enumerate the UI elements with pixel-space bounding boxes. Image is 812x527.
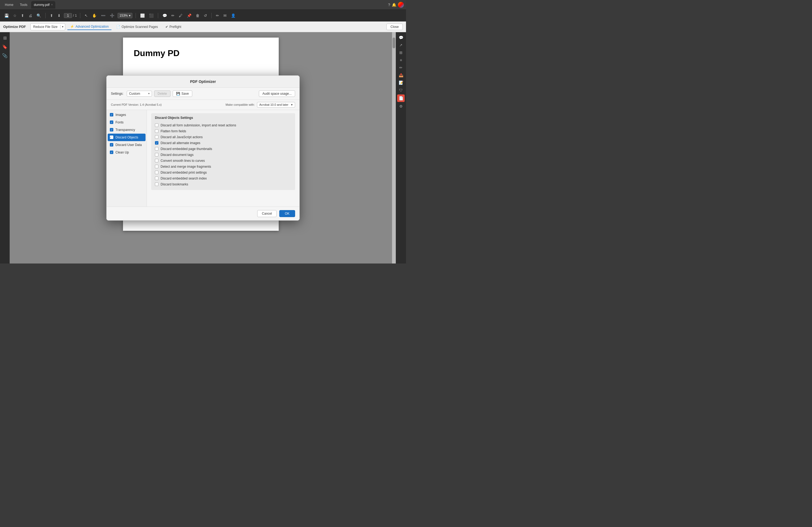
option-flatten-form-fields: Flatten form fields <box>155 128 291 134</box>
hand-icon[interactable]: ✋ <box>91 12 98 19</box>
discard-javascript-checkbox[interactable] <box>155 135 158 139</box>
pan-icon[interactable]: ⬛ <box>148 12 155 19</box>
shield-sidebar-icon[interactable]: 🛡 <box>398 87 404 93</box>
avatar-icon[interactable] <box>398 2 404 8</box>
option-discard-print-settings: Discard embedded print settings <box>155 169 291 176</box>
cancel-button[interactable]: Cancel <box>257 210 276 217</box>
optimize-scanned-pages-button[interactable]: 📄 Optimize Scanned Pages <box>114 24 161 30</box>
panel-item-discard-user-data[interactable]: Discard User Data <box>108 141 146 149</box>
preflight-button[interactable]: ✔ Preflight <box>163 24 184 30</box>
panel-item-discard-objects[interactable]: ✓ Discard Objects <box>108 134 146 141</box>
organize-sidebar-icon[interactable]: ≡ <box>399 57 403 63</box>
bookmark-icon[interactable]: ☆ <box>12 12 18 19</box>
optimize-pdf-title: Optimize PDF <box>3 25 26 29</box>
panel-item-fonts[interactable]: Fonts <box>108 119 146 126</box>
discard-document-tags-checkbox[interactable] <box>155 153 158 156</box>
notification-icon[interactable]: 🔔 <box>392 3 396 7</box>
clean-up-checkbox[interactable] <box>110 151 113 154</box>
discard-objects-label: Discard Objects <box>115 136 138 139</box>
option-discard-alternate-images: Discard all alternate images <box>155 140 291 146</box>
next-icon[interactable]: ⬇ <box>56 12 62 19</box>
home-tab[interactable]: Home <box>2 2 16 8</box>
tools-tab[interactable]: Tools <box>17 2 30 8</box>
images-checkbox[interactable] <box>110 113 113 117</box>
settings-sidebar-icon[interactable]: ⚙ <box>398 103 404 109</box>
search-icon[interactable]: 🔍 <box>35 12 42 19</box>
panel-item-transparency[interactable]: Transparency <box>108 126 146 134</box>
optimize-sidebar-icon[interactable]: 📄 <box>397 94 405 102</box>
undo-icon[interactable]: ↺ <box>203 12 208 19</box>
advanced-optimization-button[interactable]: ⚡ Advanced Optimization <box>68 24 111 30</box>
optimize-bar: Optimize PDF Reduce File Size ▾ ⚡ Advanc… <box>0 21 406 32</box>
note-sidebar-icon[interactable]: 📝 <box>398 79 404 86</box>
delete-icon[interactable]: 🗑 <box>195 12 201 19</box>
active-tab[interactable]: dummy.pdf × <box>31 1 55 9</box>
comment-sidebar-icon[interactable]: 💬 <box>398 34 404 41</box>
reduce-dropdown-arrow[interactable]: ▾ <box>60 25 65 28</box>
discard-page-thumbnails-checkbox[interactable] <box>155 147 158 151</box>
upload-icon[interactable]: ⬆ <box>20 12 25 19</box>
page-input[interactable] <box>64 13 72 18</box>
discard-bookmarks-checkbox[interactable] <box>155 182 158 186</box>
user-icon[interactable]: 👤 <box>230 12 236 19</box>
marquee-zoom-icon[interactable]: ⬜ <box>139 12 146 19</box>
reduce-file-size-button[interactable]: Reduce File Size ▾ <box>30 23 66 30</box>
discard-objects-checkbox[interactable]: ✓ <box>110 136 113 139</box>
stamp-icon[interactable]: 📌 <box>186 12 192 19</box>
opt-scanned-label: Optimize Scanned Pages <box>122 25 158 29</box>
tab-close-button[interactable]: × <box>51 3 53 6</box>
panel-left: Images Fonts Transparency ✓ Disc <box>106 110 147 207</box>
flatten-form-fields-checkbox[interactable] <box>155 129 158 133</box>
convert-smooth-lines-checkbox[interactable] <box>155 159 158 162</box>
scroll-bar[interactable] <box>392 32 396 264</box>
bookmarks-icon[interactable]: 🔖 <box>1 43 9 50</box>
share-sidebar-icon[interactable]: ↗ <box>398 42 404 48</box>
discard-user-data-checkbox[interactable] <box>110 143 113 147</box>
dialog-title: PDF Optimizer <box>106 76 300 88</box>
zoom-out-icon[interactable]: ➖ <box>100 12 106 19</box>
export-sidebar-icon[interactable]: 📤 <box>398 72 404 78</box>
prev-icon[interactable]: ⬆ <box>49 12 54 19</box>
discard-form-actions-label: Discard all form submission, import and … <box>161 123 236 127</box>
view-sidebar-icon[interactable]: ⊞ <box>398 49 404 56</box>
scroll-thumb[interactable] <box>393 37 395 48</box>
comment-icon[interactable]: 💬 <box>161 12 168 19</box>
help-icon[interactable]: ? <box>388 3 390 7</box>
save-button[interactable]: 💾 Save <box>173 90 192 97</box>
ok-button[interactable]: OK <box>279 210 295 217</box>
close-button[interactable]: Close <box>387 24 403 30</box>
settings-select[interactable]: Custom ▾ <box>127 91 152 96</box>
redact-icon[interactable]: ✏ <box>215 12 220 19</box>
pencil-icon[interactable]: ✏ <box>170 12 176 19</box>
left-sidebar: ⊞ 🔖 📎 <box>0 32 10 264</box>
fonts-checkbox[interactable] <box>110 120 113 124</box>
panel-item-clean-up[interactable]: Clean Up <box>108 149 146 156</box>
compat-select[interactable]: Acrobat 10.0 and later ▾ <box>257 102 295 108</box>
zoom-in-icon[interactable]: ➕ <box>109 12 115 19</box>
thumbnails-icon[interactable]: ⊞ <box>2 34 8 42</box>
discard-print-settings-label: Discard embedded print settings <box>161 171 207 175</box>
select-icon[interactable]: ↖ <box>84 12 89 19</box>
discard-print-settings-checkbox[interactable] <box>155 171 158 174</box>
discard-alternate-images-checkbox[interactable] <box>155 141 158 145</box>
adv-opt-label: Advanced Optimization <box>75 25 108 28</box>
delete-button[interactable]: Delete <box>154 90 171 97</box>
sep3 <box>135 13 136 18</box>
print-icon[interactable]: 🖨 <box>27 12 33 19</box>
mail-icon[interactable]: ✉ <box>222 12 228 19</box>
detect-merge-fragments-checkbox[interactable] <box>155 165 158 168</box>
images-label: Images <box>115 113 126 117</box>
save-toolbar-icon[interactable]: 💾 <box>3 12 10 19</box>
discard-search-index-checkbox[interactable] <box>155 177 158 180</box>
pen-sidebar-icon[interactable]: ✏ <box>398 64 404 71</box>
panel-item-images[interactable]: Images <box>108 111 146 119</box>
zoom-display[interactable]: 153% ▾ <box>118 13 132 18</box>
detect-merge-fragments-label: Detect and merge image fragments <box>161 165 211 168</box>
discard-javascript-label: Discard all JavaScript actions <box>161 135 203 139</box>
sign-icon[interactable]: 🖊 <box>178 12 184 19</box>
transparency-checkbox[interactable] <box>110 128 113 132</box>
discard-form-actions-checkbox[interactable] <box>155 123 158 127</box>
attach-icon[interactable]: 📎 <box>1 52 9 59</box>
discard-user-data-label: Discard User Data <box>115 143 142 147</box>
audit-button[interactable]: Audit space usage... <box>259 90 295 97</box>
